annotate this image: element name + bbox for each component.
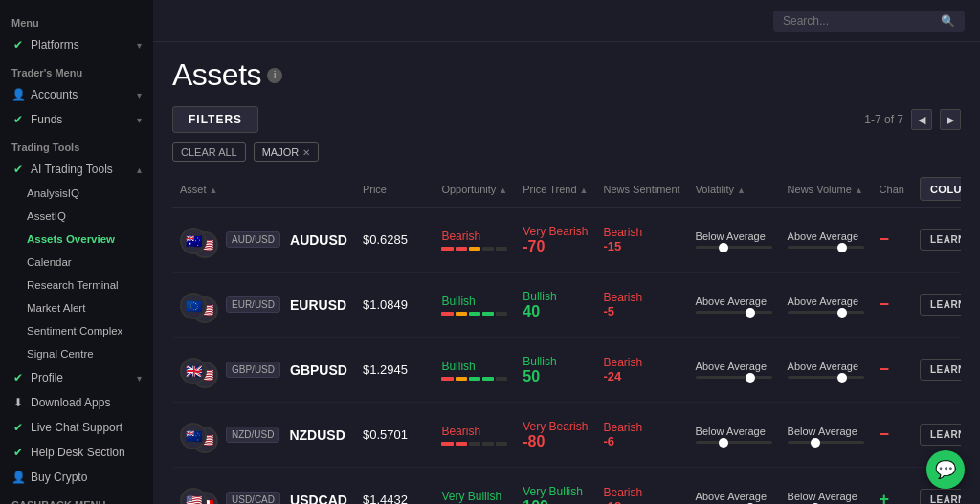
price-trend-cell: Bullish 40 [515,273,595,338]
filters-button[interactable]: FILTERS [172,106,258,133]
sidebar-item-label: AssetIQ [27,210,66,222]
trend-label: Bullish [523,355,588,368]
sidebar-item-research-terminal[interactable]: Research Terminal [0,274,153,296]
sidebar-item-live-chat[interactable]: ✔ Live Chat Support [0,415,153,440]
remove-major-icon[interactable]: ✕ [302,147,310,158]
action-cell[interactable]: LEARN MORE [912,273,961,338]
trend-label: Very Bearish [523,225,588,238]
asset-name: AUDUSD [290,232,347,248]
search-icon: 🔍 [941,14,955,28]
col-header-price: Price [355,171,434,208]
asset-name: USDCAD [290,493,347,505]
search-box[interactable]: 🔍 [773,11,965,32]
main-content: 🔍 Assets i FILTERS 1-7 of 7 ◀ ▶ CLEAR AL… [153,0,980,504]
learn-more-button[interactable]: LEARN MORE [920,294,961,316]
accounts-icon: 👤 [11,88,25,101]
next-page-button[interactable]: ▶ [940,109,961,130]
clear-all-chip[interactable]: CLEAR ALL [172,142,246,162]
flag-pair: 🇳🇿 🇺🇸 [180,423,216,448]
chevron-icon: ▾ [137,40,142,51]
chan-icon: − [880,230,890,249]
sidebar-item-market-alert[interactable]: Market Alert [0,296,153,319]
sidebar-item-ai-trading-tools[interactable]: ✔ AI Trading Tools ▴ [0,157,153,182]
flag-1: 🇬🇧 [180,358,207,384]
sidebar-item-assetiq[interactable]: AssetIQ [0,205,153,228]
page-title: Assets [172,57,261,93]
clear-all-label: CLEAR ALL [181,146,237,158]
action-cell[interactable]: LEARN MORE [912,338,961,403]
crypto-icon: 👤 [11,471,25,484]
learn-more-button[interactable]: LEARN MORE [920,489,961,504]
opportunity-label: Very Bullish [441,490,507,503]
news-value: -5 [604,304,680,318]
action-cell[interactable]: LEARN MORE [912,208,961,273]
news-label: Bearish [604,421,680,434]
news-value: -15 [604,239,680,253]
learn-more-button[interactable]: LEARN MORE [920,359,961,381]
sidebar-item-assets-overview[interactable]: Assets Overview [0,228,153,251]
trend-label: Bullish [523,290,588,303]
opportunity-cell: Bullish [434,338,515,403]
volatility-cell: Below Average [688,403,780,468]
news-volume-cell: Above Average [780,338,872,403]
chan-cell: − [872,403,912,468]
funds-icon: ✔ [11,113,25,126]
sidebar-item-buy-crypto[interactable]: 👤 Buy Crypto [0,465,153,490]
sidebar-item-calendar[interactable]: Calendar [0,251,153,274]
news-sentiment-cell: Bearish -24 [596,338,688,403]
major-filter-chip[interactable]: MAJOR ✕ [254,142,320,162]
sidebar-item-download-apps[interactable]: ⬇ Download Apps [0,390,153,415]
news-value: -18 [604,499,680,504]
sidebar-item-label: Funds [31,113,62,126]
sidebar-item-sentiment-complex[interactable]: Sentiment Complex [0,319,153,342]
col-header-volatility: Volatility ▲ [688,171,780,208]
price-cell: $1.2945 [355,338,434,403]
sidebar-item-profile[interactable]: ✔ Profile ▾ [0,365,153,390]
price-value: $1.4432 [363,493,408,504]
sidebar-item-label: AI Trading Tools [31,163,113,176]
opportunity-label: Bullish [441,360,507,373]
search-input[interactable] [783,14,935,28]
news-label: Bearish [604,291,680,304]
opportunity-cell: Very Bullish [434,468,515,505]
asset-pair-label: USD/CAD [226,492,280,504]
opportunity-label: Bearish [441,230,507,243]
sidebar-item-signal-centre[interactable]: Signal Centre [0,342,153,365]
volatility-label: Above Average [696,361,772,372]
signal-bars [441,247,507,251]
sidebar-item-help-desk[interactable]: ✔ Help Desk Section [0,440,153,465]
opportunity-cell: Bearish [434,403,515,468]
chat-bubble-button[interactable]: 💬 [926,450,965,489]
menu-section-label: Menu [0,8,153,33]
newsvol-label: Above Average [788,361,864,372]
news-value: -24 [604,369,680,383]
assets-table: Asset ▲ Price Opportunity ▲ Price Trend … [172,171,961,504]
newsvol-thumb [837,308,847,318]
chevron-icon: ▾ [137,90,142,100]
learn-more-button[interactable]: LEARN MORE [920,424,961,446]
info-badge[interactable]: i [267,68,282,83]
sidebar-item-funds[interactable]: ✔ Funds ▾ [0,107,153,132]
col-header-action[interactable]: COLUMNS ▾ [912,171,961,208]
trend-value: -70 [523,238,588,255]
sidebar-item-accounts[interactable]: 👤 Accounts ▾ [0,82,153,107]
col-header-chan: Chan [872,171,912,208]
price-trend-cell: Bullish 50 [515,338,595,403]
sidebar: Menu ✔ Platforms ▾ Trader's Menu 👤 Accou… [0,0,153,504]
learn-more-button[interactable]: LEARN MORE [920,229,961,251]
sidebar-item-analysisiq[interactable]: AnalysisIQ [0,182,153,205]
chevron-icon: ▾ [137,115,142,125]
price-trend-cell: Very Bearish -80 [515,403,595,468]
table-row: 🇦🇺 🇺🇸 AUD/USD AUDUSD $0.6285 Bearish Ver… [172,208,961,273]
ai-tools-icon: ✔ [11,163,25,176]
prev-page-button[interactable]: ◀ [911,109,932,130]
chan-icon: − [880,360,890,379]
table-wrapper: Asset ▲ Price Opportunity ▲ Price Trend … [172,171,961,504]
pagination: 1-7 of 7 ◀ ▶ [864,109,961,130]
sidebar-item-label: Platforms [31,38,79,52]
sidebar-item-platforms[interactable]: ✔ Platforms ▾ [0,33,153,57]
price-value: $1.2945 [363,362,408,377]
col-header-price-trend: Price Trend ▲ [515,171,595,208]
columns-button[interactable]: COLUMNS ▾ [920,177,961,201]
content-area: Assets i FILTERS 1-7 of 7 ◀ ▶ CLEAR ALL … [153,42,980,504]
